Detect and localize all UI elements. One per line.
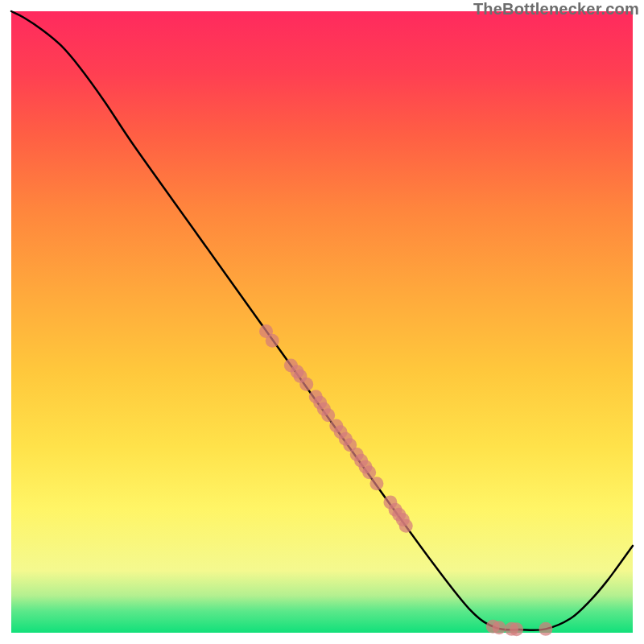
chart-svg-layer bbox=[11, 11, 633, 633]
scatter-point bbox=[493, 621, 506, 634]
scatter-point bbox=[299, 378, 313, 391]
scatter-point bbox=[510, 622, 523, 636]
bottleneck-curve bbox=[11, 11, 633, 630]
scatter-point bbox=[266, 334, 279, 348]
scatter-point bbox=[399, 519, 413, 533]
watermark-text: TheBottlenecker.com bbox=[473, 0, 639, 19]
plot-background-gradient bbox=[11, 11, 633, 633]
scatter-point bbox=[369, 477, 383, 490]
scatter-points-group bbox=[259, 324, 552, 636]
chart-root: TheBottlenecker.com bbox=[0, 0, 644, 644]
scatter-point bbox=[539, 622, 552, 636]
scatter-point bbox=[362, 465, 376, 479]
